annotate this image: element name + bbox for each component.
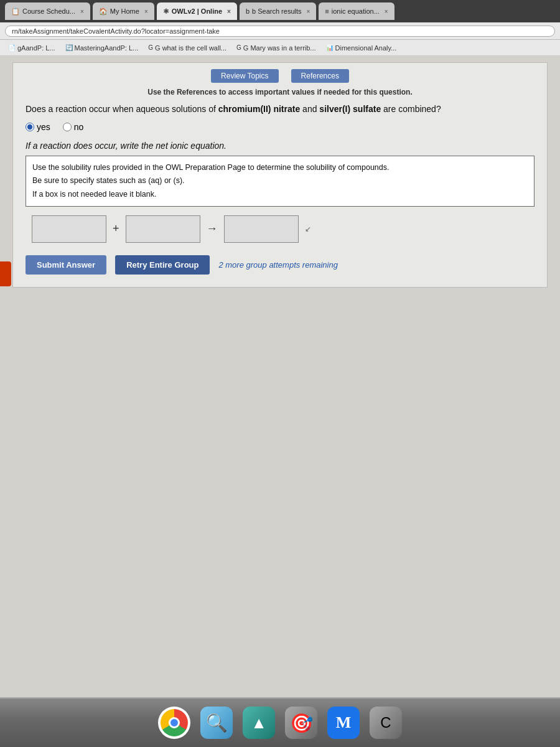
tab-icon-course: 📋 bbox=[11, 7, 20, 16]
equation-input-left[interactable] bbox=[32, 215, 106, 243]
tab-search[interactable]: b b Search results × bbox=[240, 2, 316, 20]
tab-ionic[interactable]: ≡ ionic equation... × bbox=[319, 2, 394, 20]
taskbar-drive-icon[interactable]: ▲ bbox=[243, 707, 275, 739]
tab-close-home[interactable]: × bbox=[144, 8, 148, 15]
equation-input-right[interactable] bbox=[224, 215, 299, 243]
tab-icon-owlv2: ⚛ bbox=[163, 7, 169, 16]
bookmark-mary[interactable]: G G Mary was in a terrib... bbox=[233, 43, 319, 53]
instruction-line-2: Be sure to specify states such as (aq) o… bbox=[32, 174, 528, 187]
buttons-row: Submit Answer Retry Entire Group 2 more … bbox=[26, 255, 534, 275]
left-sidebar-strip bbox=[0, 261, 11, 286]
attempts-remaining-text: 2 more group attempts remaining bbox=[218, 260, 337, 270]
taskbar-mail-icon[interactable]: M bbox=[327, 707, 360, 739]
bookmark-icon-mary: G bbox=[236, 44, 241, 51]
taskbar-finder-icon[interactable]: 🔍 bbox=[200, 707, 233, 739]
submit-answer-button[interactable]: Submit Answer bbox=[26, 255, 106, 275]
page-content: Review Topics References Use the Referen… bbox=[0, 56, 560, 697]
radio-group: yes no bbox=[26, 122, 534, 132]
plus-sign: + bbox=[113, 222, 119, 235]
taskbar: 🔍 ▲ 🎯 M C bbox=[0, 697, 560, 747]
tab-course-schedu[interactable]: 📋 Course Schedu... × bbox=[5, 2, 90, 20]
radio-no-input[interactable] bbox=[63, 123, 72, 131]
bookmark-icon-mastering: 🔄 bbox=[65, 44, 73, 51]
taskbar-target-icon[interactable]: 🎯 bbox=[285, 707, 317, 739]
bookmark-icon-cell-wall: G bbox=[148, 44, 153, 51]
instruction-line-3: If a box is not needed leave it blank. bbox=[32, 188, 528, 201]
review-references-bar: Review Topics References bbox=[26, 69, 534, 83]
radio-yes-label[interactable]: yes bbox=[26, 122, 50, 132]
radio-no-label[interactable]: no bbox=[63, 122, 84, 132]
chrome-ring bbox=[161, 709, 188, 736]
tab-close-owlv2[interactable]: × bbox=[227, 8, 231, 15]
use-references-text: Use the References to access important v… bbox=[26, 88, 534, 96]
question-container: Review Topics References Use the Referen… bbox=[12, 62, 548, 288]
bookmarks-bar: 📄 gAandP: L... 🔄 MasteringAandP: L... G … bbox=[0, 40, 560, 56]
arrow-sign: → bbox=[207, 222, 218, 235]
address-bar-row: rn/takeAssignment/takeCovalentActivity.d… bbox=[0, 22, 560, 40]
equation-input-middle[interactable] bbox=[126, 215, 200, 243]
drive-icon-symbol: ▲ bbox=[251, 713, 267, 733]
tab-owlv2[interactable]: ⚛ OWLv2 | Online × bbox=[157, 2, 237, 20]
address-bar[interactable]: rn/takeAssignment/takeCovalentActivity.d… bbox=[5, 26, 555, 37]
browser-tab-bar: 📋 Course Schedu... × 🏠 My Home × ⚛ OWLv2… bbox=[0, 0, 560, 22]
tab-icon-home: 🏠 bbox=[99, 7, 108, 16]
finder-icon-symbol: 🔍 bbox=[206, 713, 228, 733]
bookmark-dimensional[interactable]: 📊 Dimensional Analy... bbox=[323, 43, 400, 53]
bookmark-icon-gaandp: 📄 bbox=[8, 44, 16, 51]
tab-close-course[interactable]: × bbox=[80, 8, 84, 15]
chrome-inner-circle bbox=[169, 717, 180, 728]
retry-entire-group-button[interactable]: Retry Entire Group bbox=[115, 255, 210, 275]
tab-icon-ionic: ≡ bbox=[325, 7, 329, 15]
tab-close-search[interactable]: × bbox=[307, 8, 310, 15]
bookmark-gaandp[interactable]: 📄 gAandP: L... bbox=[5, 43, 58, 53]
review-topics-button[interactable]: Review Topics bbox=[211, 69, 278, 83]
taskbar-clipboard-icon[interactable]: C bbox=[370, 707, 402, 739]
mail-icon-symbol: M bbox=[336, 713, 352, 732]
if-reaction-text: If a reaction does occur, write the net … bbox=[26, 141, 534, 151]
references-button[interactable]: References bbox=[291, 69, 349, 83]
taskbar-chrome-icon[interactable] bbox=[158, 707, 190, 739]
instructions-box: Use the solubility rules provided in the… bbox=[26, 156, 534, 207]
bookmark-cell-wall[interactable]: G G what is the cell wall... bbox=[145, 43, 230, 53]
target-icon-symbol: 🎯 bbox=[290, 712, 313, 734]
tab-icon-search: b bbox=[246, 7, 250, 15]
instruction-line-1: Use the solubility rules provided in the… bbox=[32, 161, 528, 174]
radio-yes-input[interactable] bbox=[26, 123, 34, 131]
equation-row: + → ↙ bbox=[26, 215, 534, 243]
tab-close-ionic[interactable]: × bbox=[385, 8, 388, 15]
subscript-icon: ↙ bbox=[305, 225, 311, 233]
bookmark-icon-dimensional: 📊 bbox=[326, 44, 334, 51]
tab-my-home[interactable]: 🏠 My Home × bbox=[93, 2, 154, 20]
bookmark-mastering[interactable]: 🔄 MasteringAandP: L... bbox=[62, 43, 142, 53]
question-text: Does a reaction occur when aqueous solut… bbox=[26, 103, 534, 116]
clipboard-icon-symbol: C bbox=[380, 714, 391, 731]
